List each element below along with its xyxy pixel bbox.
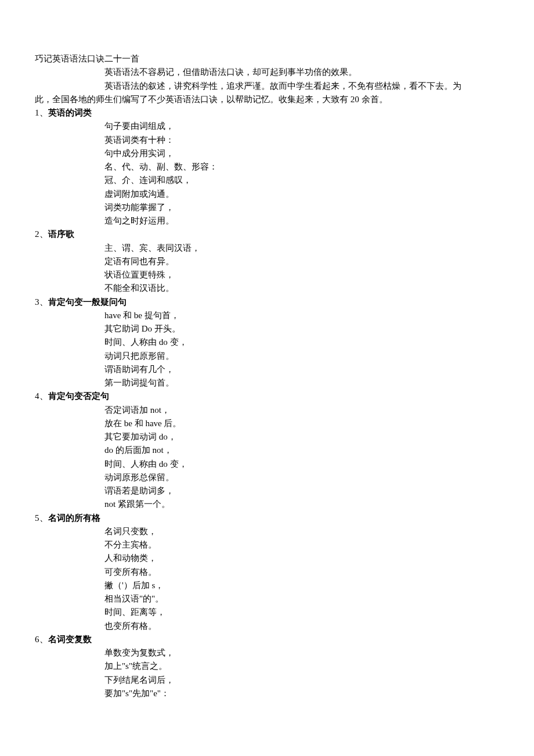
section-heading: 5、名词的所有格 <box>35 512 499 525</box>
verse-line: 其它助词 Do 开头。 <box>35 322 499 336</box>
verse-line: 加上"s"统言之。 <box>35 660 499 673</box>
verse-line: 主、谓、宾、表同汉语， <box>35 242 499 255</box>
verse-line: 谓语助词有几个， <box>35 363 499 376</box>
verse-line: 单数变为复数式， <box>35 646 499 660</box>
section-title: 名词变复数 <box>48 635 92 644</box>
section-title: 肯定句变一般疑问句 <box>48 297 127 307</box>
verse-line: do 的后面加 not， <box>35 444 499 457</box>
section-heading: 4、肯定句变否定句 <box>35 390 499 403</box>
section-number: 6、 <box>35 635 48 644</box>
verse-line: 人和动物类， <box>35 552 499 565</box>
verse-line: 否定词语加 not， <box>35 404 499 417</box>
verse-line: not 紧跟第一个。 <box>35 498 499 511</box>
verse-line: 其它要加动词 do， <box>35 430 499 444</box>
verse-line: 名词只变数， <box>35 525 499 538</box>
section-number: 5、 <box>35 513 48 523</box>
document-title: 巧记英语语法口诀二十一首 <box>35 52 499 66</box>
verse-line: 句子要由词组成， <box>35 120 499 133</box>
verse-line: 相当汉语"的"。 <box>35 592 499 606</box>
verse-line: 第一助词提句首。 <box>35 376 499 390</box>
verse-line: 定语有同也有异。 <box>35 255 499 268</box>
section-heading: 2、语序歌 <box>35 228 499 241</box>
verse-line: 要加"s"先加"e"： <box>35 687 499 700</box>
section-heading: 3、肯定句变一般疑问句 <box>35 296 499 309</box>
verse-line: 时间、人称由 do 变， <box>35 336 499 349</box>
verse-line: 词类功能掌握了， <box>35 201 499 214</box>
verse-line: 虚词附加或沟通。 <box>35 188 499 201</box>
verse-line: 放在 be 和 have 后。 <box>35 417 499 430</box>
section-title: 英语的词类 <box>48 108 92 117</box>
verse-line: 不分主宾格。 <box>35 538 499 552</box>
verse-line: 英语词类有十种： <box>35 134 499 147</box>
intro-text-3: 此，全国各地的师生们编写了不少英语语法口诀，以帮助记忆。收集起来，大致有 20 … <box>35 93 499 106</box>
section-number: 4、 <box>35 391 48 401</box>
section-title: 名词的所有格 <box>48 513 100 523</box>
verse-line: 动词只把原形留。 <box>35 350 499 363</box>
verse-line: 动词原形总保留。 <box>35 471 499 484</box>
verse-line: 名、代、动、副、数、形容： <box>35 160 499 174</box>
verse-line: 可变所有格。 <box>35 566 499 579</box>
verse-line: 也变所有格。 <box>35 620 499 633</box>
section-number: 3、 <box>35 297 48 307</box>
verse-line: 冠、介、连词和感叹， <box>35 174 499 187</box>
section-title: 肯定句变否定句 <box>48 391 109 401</box>
verse-line: 时间、距离等， <box>35 606 499 619</box>
intro-text-1: 英语语法不容易记，但借助语法口诀，却可起到事半功倍的效果。 <box>35 66 499 79</box>
section-number: 2、 <box>35 229 48 239</box>
verse-line: 下列结尾名词后， <box>35 674 499 687</box>
verse-line: 时间、人称由 do 变， <box>35 458 499 471</box>
verse-line: have 和 be 提句首， <box>35 309 499 322</box>
verse-line: 撇（'）后加 s， <box>35 579 499 592</box>
verse-line: 句中成分用实词， <box>35 147 499 160</box>
verse-line: 造句之时好运用。 <box>35 214 499 228</box>
section-number: 1、 <box>35 108 48 117</box>
verse-line: 谓语若是助词多， <box>35 484 499 498</box>
section-title: 语序歌 <box>48 229 74 239</box>
intro-text-2: 英语语法的叙述，讲究科学性，追求严谨。故而中学生看起来，不免有些枯燥，看不下去。… <box>35 80 499 93</box>
verse-line: 状语位置更特殊， <box>35 268 499 282</box>
section-heading: 6、名词变复数 <box>35 633 499 646</box>
verse-line: 不能全和汉语比。 <box>35 282 499 295</box>
section-heading: 1、英语的词类 <box>35 106 499 120</box>
